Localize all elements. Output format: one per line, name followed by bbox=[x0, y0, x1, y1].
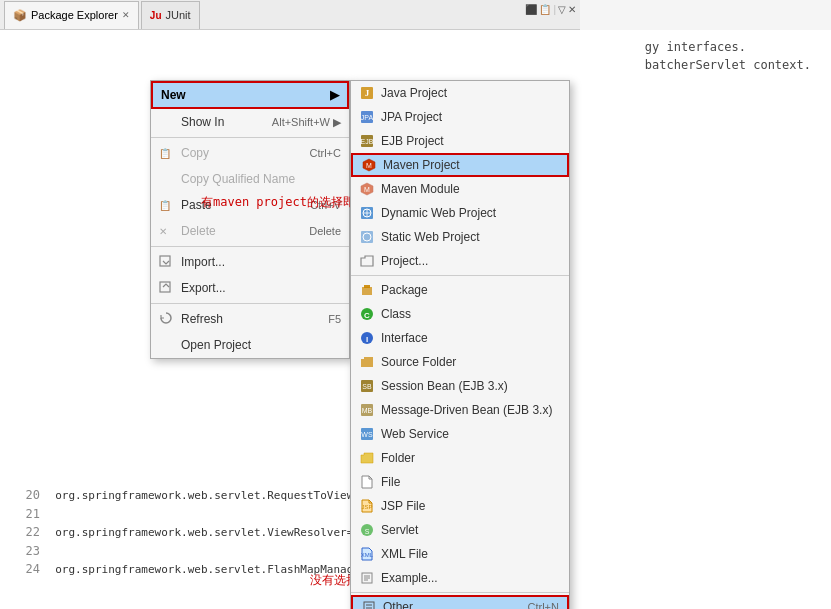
submenu-label-web-service: Web Service bbox=[381, 427, 449, 441]
web-service-icon: WS bbox=[359, 426, 375, 442]
submenu-java-project[interactable]: J Java Project bbox=[351, 81, 569, 105]
menu-item-open-project[interactable]: Open Project bbox=[151, 332, 349, 358]
code-line-2: batcherServlet context. bbox=[645, 56, 811, 74]
submenu-dynamic-web[interactable]: Dynamic Web Project bbox=[351, 201, 569, 225]
svg-text:C: C bbox=[364, 311, 370, 320]
svg-text:WS: WS bbox=[361, 431, 373, 438]
submenu-folder[interactable]: Folder bbox=[351, 446, 569, 470]
menu-label-copy-qualified: Copy Qualified Name bbox=[181, 172, 295, 186]
svg-text:M: M bbox=[366, 162, 372, 169]
submenu-ejb-project[interactable]: EJB EJB Project bbox=[351, 129, 569, 153]
submenu-example[interactable]: Example... bbox=[351, 566, 569, 590]
menu-label-open-project: Open Project bbox=[181, 338, 251, 352]
submenu-class[interactable]: C Class bbox=[351, 302, 569, 326]
submenu-session-bean[interactable]: SB Session Bean (EJB 3.x) bbox=[351, 374, 569, 398]
submenu-servlet[interactable]: S Servlet bbox=[351, 518, 569, 542]
svg-text:JPA: JPA bbox=[361, 114, 374, 121]
toolbar-icon-2[interactable]: 📋 bbox=[539, 4, 551, 15]
package-icon bbox=[359, 282, 375, 298]
other-icon bbox=[361, 599, 377, 609]
menu-shortcut-delete: Delete bbox=[309, 225, 341, 237]
code-text-top: gy interfaces. batcherServlet context. bbox=[645, 38, 811, 74]
menu-label-import: Import... bbox=[181, 255, 225, 269]
svg-text:SB: SB bbox=[362, 383, 372, 390]
submenu-source-folder[interactable]: Source Folder bbox=[351, 350, 569, 374]
svg-rect-18 bbox=[362, 287, 372, 295]
menu-item-new[interactable]: New ▶ bbox=[151, 81, 349, 109]
paste-icon: 📋 bbox=[159, 200, 175, 211]
svg-text:S: S bbox=[365, 528, 370, 535]
toolbar-icon-4[interactable]: ✕ bbox=[568, 4, 576, 15]
svg-text:XML: XML bbox=[361, 552, 374, 558]
menu-item-import[interactable]: Import... bbox=[151, 249, 349, 275]
menu-item-copy[interactable]: 📋 Copy Ctrl+C bbox=[151, 140, 349, 166]
svg-text:JSP: JSP bbox=[361, 504, 372, 510]
menu-sep-2 bbox=[151, 246, 349, 247]
svg-text:MB: MB bbox=[362, 407, 373, 414]
submenu-label-maven-module: Maven Module bbox=[381, 182, 460, 196]
interface-icon: I bbox=[359, 330, 375, 346]
svg-rect-19 bbox=[364, 285, 370, 288]
submenu-label-xml-file: XML File bbox=[381, 547, 428, 561]
submenu-jpa-project[interactable]: JPA JPA Project bbox=[351, 105, 569, 129]
menu-item-delete[interactable]: ✕ Delete Delete bbox=[151, 218, 349, 244]
submenu-maven-module[interactable]: M Maven Module bbox=[351, 177, 569, 201]
submenu-label-interface: Interface bbox=[381, 331, 428, 345]
refresh-icon bbox=[159, 311, 175, 327]
annotation-maven: 有maven project的选择即可 bbox=[201, 194, 367, 211]
submenu-label-static-web: Static Web Project bbox=[381, 230, 479, 244]
submenu-label-class: Class bbox=[381, 307, 411, 321]
menu-item-refresh[interactable]: Refresh F5 bbox=[151, 306, 349, 332]
submenu-sep-1 bbox=[351, 275, 569, 276]
msg-bean-icon: MB bbox=[359, 402, 375, 418]
tab-package-explorer[interactable]: 📦 Package Explorer ✕ bbox=[4, 1, 139, 29]
code-line-1: gy interfaces. bbox=[645, 38, 811, 56]
submenu-label-dynamic-web: Dynamic Web Project bbox=[381, 206, 496, 220]
submenu-interface[interactable]: I Interface bbox=[351, 326, 569, 350]
package-explorer-icon: 📦 bbox=[13, 9, 27, 22]
submenu-web-service[interactable]: WS Web Service bbox=[351, 422, 569, 446]
tab-close-icon[interactable]: ✕ bbox=[122, 10, 130, 20]
tab-junit[interactable]: Ju JUnit bbox=[141, 1, 200, 29]
submenu-other[interactable]: Other... Ctrl+N bbox=[351, 595, 569, 609]
copy-icon: 📋 bbox=[159, 148, 175, 159]
menu-label-refresh: Refresh bbox=[181, 312, 223, 326]
menu-item-show-in[interactable]: Show In Alt+Shift+W ▶ bbox=[151, 109, 349, 135]
new-arrow-icon: ▶ bbox=[330, 88, 339, 102]
menu-item-copy-qualified[interactable]: Copy Qualified Name bbox=[151, 166, 349, 192]
submenu-maven-project[interactable]: M Maven Project bbox=[351, 153, 569, 177]
svg-text:M: M bbox=[364, 186, 370, 193]
class-icon: C bbox=[359, 306, 375, 322]
toolbar-icon-1[interactable]: ⬛ bbox=[525, 4, 537, 15]
new-label: New bbox=[161, 88, 186, 102]
line-num-20: 20 bbox=[20, 486, 40, 504]
submenu-file[interactable]: File bbox=[351, 470, 569, 494]
junit-icon: Ju bbox=[150, 10, 162, 21]
submenu-label-file: File bbox=[381, 475, 400, 489]
xml-file-icon: XML bbox=[359, 546, 375, 562]
maven-project-icon: M bbox=[361, 157, 377, 173]
project-icon bbox=[359, 253, 375, 269]
submenu-label-java-project: Java Project bbox=[381, 86, 447, 100]
submenu-label-source-folder: Source Folder bbox=[381, 355, 456, 369]
submenu-jsp-file[interactable]: JSP JSP File bbox=[351, 494, 569, 518]
menu-label-show-in: Show In bbox=[181, 115, 224, 129]
submenu-label-example: Example... bbox=[381, 571, 438, 585]
submenu-package[interactable]: Package bbox=[351, 278, 569, 302]
submenu-label-servlet: Servlet bbox=[381, 523, 418, 537]
submenu-label-other: Other... bbox=[383, 600, 422, 609]
submenu-static-web[interactable]: Static Web Project bbox=[351, 225, 569, 249]
menu-item-export[interactable]: Export... bbox=[151, 275, 349, 301]
submenu-msg-bean[interactable]: MB Message-Driven Bean (EJB 3.x) bbox=[351, 398, 569, 422]
submenu-xml-file[interactable]: XML XML File bbox=[351, 542, 569, 566]
submenu-project[interactable]: Project... bbox=[351, 249, 569, 273]
java-project-icon: J bbox=[359, 85, 375, 101]
menu-sep-1 bbox=[151, 137, 349, 138]
submenu-label-package: Package bbox=[381, 283, 428, 297]
svg-text:I: I bbox=[366, 335, 368, 344]
toolbar-icon-3[interactable]: ▽ bbox=[558, 4, 566, 15]
tab-package-explorer-label: Package Explorer bbox=[31, 9, 118, 21]
menu-sep-3 bbox=[151, 303, 349, 304]
jsp-file-icon: JSP bbox=[359, 498, 375, 514]
import-icon bbox=[159, 254, 175, 270]
